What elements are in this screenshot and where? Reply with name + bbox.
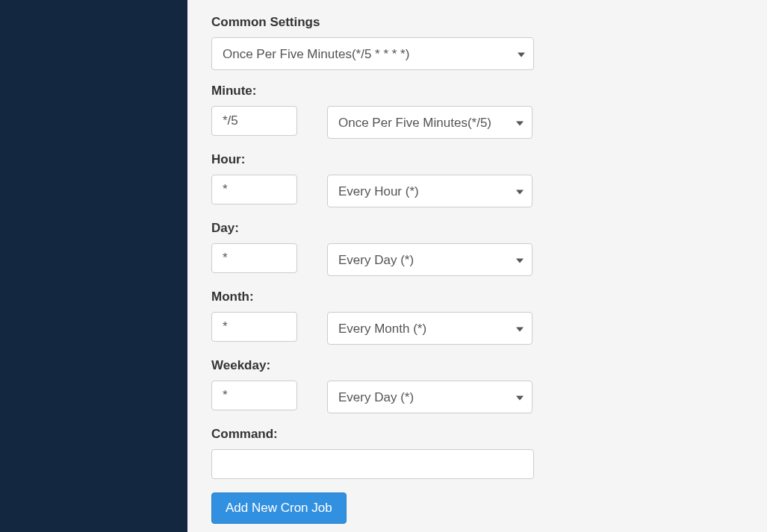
day-select[interactable]: Every Day (*) <box>327 243 532 276</box>
month-select[interactable]: Every Month (*) <box>327 312 532 345</box>
weekday-group: Weekday: Every Day (*) <box>211 358 743 413</box>
hour-row: Every Hour (*) <box>211 175 743 207</box>
month-select-wrapper: Every Month (*) <box>327 312 532 345</box>
command-input[interactable] <box>211 449 534 479</box>
command-group: Command: <box>211 427 743 479</box>
command-label: Command: <box>211 427 743 442</box>
minute-select[interactable]: Once Per Five Minutes(*/5) <box>327 106 532 139</box>
hour-select[interactable]: Every Hour (*) <box>327 175 532 207</box>
weekday-select[interactable]: Every Day (*) <box>327 381 532 413</box>
month-label: Month: <box>211 290 743 304</box>
weekday-select-wrapper: Every Day (*) <box>327 381 532 413</box>
common-settings-label: Common Settings <box>211 15 743 30</box>
sidebar <box>0 0 187 532</box>
hour-label: Hour: <box>211 152 743 167</box>
hour-group: Hour: Every Hour (*) <box>211 152 743 207</box>
minute-group: Minute: Once Per Five Minutes(*/5) <box>211 84 743 139</box>
hour-input[interactable] <box>211 175 297 204</box>
common-settings-select[interactable]: Once Per Five Minutes(*/5 * * * *) <box>211 37 534 70</box>
minute-label: Minute: <box>211 84 743 98</box>
minute-row: Once Per Five Minutes(*/5) <box>211 106 743 139</box>
day-row: Every Day (*) <box>211 243 743 276</box>
weekday-row: Every Day (*) <box>211 381 743 413</box>
minute-input[interactable] <box>211 106 297 136</box>
common-settings-group: Common Settings Once Per Five Minutes(*/… <box>211 15 743 70</box>
month-group: Month: Every Month (*) <box>211 290 743 345</box>
add-cron-job-button[interactable]: Add New Cron Job <box>211 492 347 524</box>
day-label: Day: <box>211 221 743 236</box>
day-group: Day: Every Day (*) <box>211 221 743 276</box>
hour-select-wrapper: Every Hour (*) <box>327 175 532 207</box>
day-input[interactable] <box>211 243 297 273</box>
minute-select-wrapper: Once Per Five Minutes(*/5) <box>327 106 532 139</box>
month-row: Every Month (*) <box>211 312 743 345</box>
main-content: Common Settings Once Per Five Minutes(*/… <box>187 0 767 532</box>
weekday-input[interactable] <box>211 381 297 410</box>
day-select-wrapper: Every Day (*) <box>327 243 532 276</box>
common-settings-select-wrapper: Once Per Five Minutes(*/5 * * * *) <box>211 37 534 70</box>
month-input[interactable] <box>211 312 297 342</box>
weekday-label: Weekday: <box>211 358 743 373</box>
